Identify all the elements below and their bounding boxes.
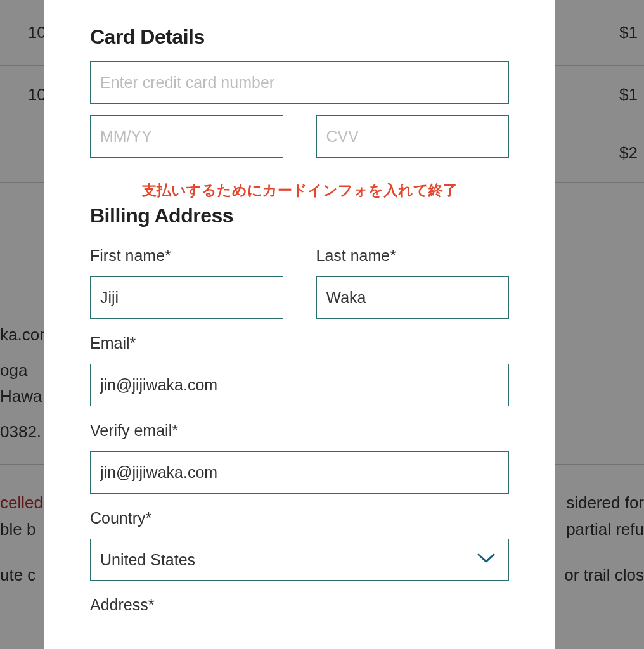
country-label: Country* — [90, 509, 509, 527]
country-select[interactable]: United States — [90, 539, 509, 581]
address-label: Address* — [90, 596, 509, 614]
verify-email-input[interactable] — [90, 451, 509, 494]
last-name-label: Last name* — [316, 247, 510, 265]
payment-modal: Card Details 支払いするためにカードインフォを入れて終了 Billi… — [44, 0, 555, 649]
card-cvv-input[interactable] — [316, 115, 510, 158]
card-details-heading: Card Details — [90, 25, 509, 49]
email-input[interactable] — [90, 364, 509, 406]
last-name-input[interactable] — [316, 276, 510, 319]
first-name-input[interactable] — [90, 276, 283, 319]
verify-email-label: Verify email* — [90, 421, 509, 440]
billing-address-heading: Billing Address — [90, 204, 509, 228]
card-number-input[interactable] — [90, 61, 509, 104]
card-warning-text: 支払いするためにカードインフォを入れて終了 — [90, 181, 509, 200]
email-label: Email* — [90, 334, 509, 352]
first-name-label: First name* — [90, 247, 283, 265]
card-expiry-input[interactable] — [90, 115, 283, 158]
